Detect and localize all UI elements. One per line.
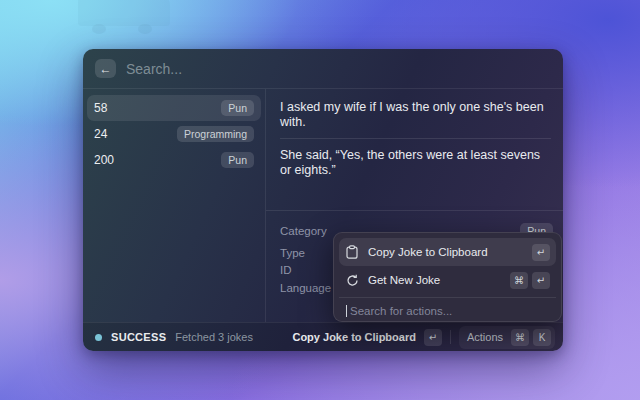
action-label: Get New Joke: [368, 274, 440, 286]
clipboard-icon: [345, 245, 359, 259]
status-message: Fetched 3 jokes: [175, 331, 253, 343]
joke-setup: I asked my wife if I was the only one sh…: [280, 97, 551, 133]
background-watermark-vehicle: [78, 0, 173, 34]
category-badge: Pun: [221, 152, 254, 168]
metadata-label: Type: [280, 247, 305, 259]
actions-label: Actions: [467, 331, 503, 343]
list-item[interactable]: 200 Pun: [87, 147, 261, 173]
return-key-badge: ↵: [532, 244, 550, 261]
action-item-get-new-joke[interactable]: Get New Joke ⌘ ↵: [339, 266, 556, 294]
metadata-label: Category: [280, 225, 327, 237]
joke-id: 200: [94, 153, 114, 167]
action-label: Copy Joke to Clipboard: [368, 246, 488, 258]
launcher-window: ← Search... 58 Pun 24 Programming 200 Pu…: [83, 49, 563, 351]
action-panel: Copy Joke to Clipboard ↵ Get New Joke ⌘ …: [333, 232, 562, 322]
cmd-key-badge: ⌘: [510, 272, 528, 289]
return-key-badge: ↵: [532, 272, 550, 289]
metadata-label: Language: [280, 282, 331, 294]
list-item[interactable]: 24 Programming: [87, 121, 261, 147]
category-badge: Programming: [177, 126, 254, 142]
metadata-label: ID: [280, 264, 292, 276]
header: ← Search...: [83, 49, 563, 89]
status-label: SUCCESS: [111, 331, 166, 343]
joke-punchline: She said, “Yes, the others were at least…: [280, 145, 551, 181]
back-button[interactable]: ←: [95, 59, 116, 78]
action-search-input: Search for actions...: [350, 305, 452, 317]
actions-button[interactable]: Actions ⌘ K: [459, 326, 555, 349]
joke-content: I asked my wife if I was the only one sh…: [266, 89, 563, 210]
category-badge: Pun: [221, 100, 254, 116]
refresh-icon: [345, 273, 359, 287]
joke-id: 58: [94, 101, 107, 115]
cmd-key-badge: ⌘: [511, 329, 529, 346]
joke-list: 58 Pun 24 Programming 200 Pun: [83, 89, 266, 322]
status-dot-icon: [95, 334, 102, 341]
action-search-row[interactable]: Search for actions...: [339, 297, 556, 324]
status-bar: SUCCESS Fetched 3 jokes Copy Joke to Cli…: [83, 322, 563, 351]
return-key-badge: ↵: [424, 329, 442, 346]
action-item-copy-joke[interactable]: Copy Joke to Clipboard ↵: [339, 238, 556, 266]
arrow-left-icon: ←: [100, 62, 112, 76]
joke-id: 24: [94, 127, 107, 141]
list-item[interactable]: 58 Pun: [87, 95, 261, 121]
text-caret: [346, 305, 347, 317]
k-key-badge: K: [533, 329, 551, 346]
primary-action-button[interactable]: Copy Joke to Clipboard: [292, 331, 415, 343]
divider: [280, 138, 551, 139]
divider: [450, 330, 451, 344]
search-input[interactable]: Search...: [126, 61, 182, 77]
